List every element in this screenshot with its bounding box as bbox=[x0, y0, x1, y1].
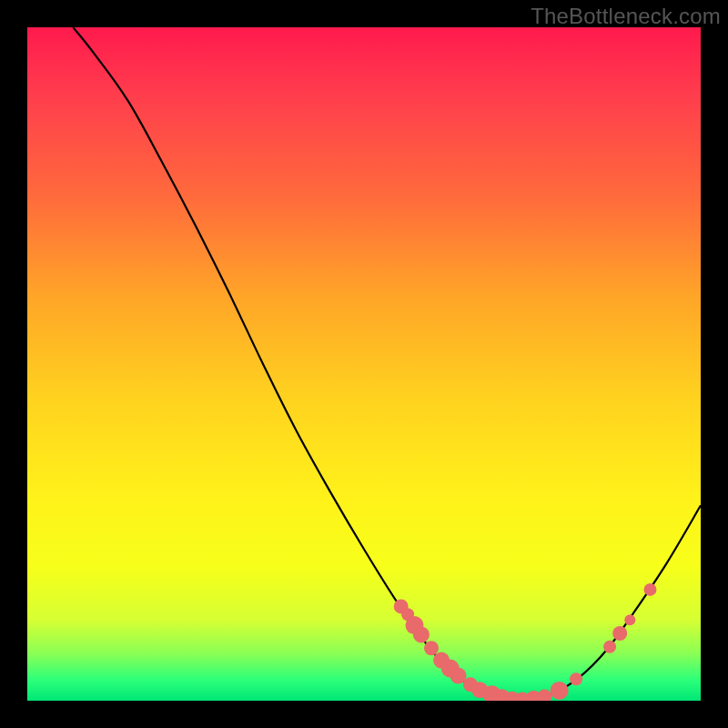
bottleneck-curve bbox=[73, 27, 701, 700]
curve-marker bbox=[551, 682, 569, 700]
curve-marker bbox=[644, 583, 657, 596]
curve-marker bbox=[537, 690, 551, 701]
curve-marker bbox=[612, 626, 627, 641]
curve-marker bbox=[424, 641, 439, 655]
curve-marker bbox=[570, 672, 582, 685]
chart-svg bbox=[27, 27, 701, 701]
curve-marker bbox=[603, 641, 616, 653]
curve-marker bbox=[413, 626, 430, 642]
curve-markers bbox=[394, 583, 657, 701]
curve-marker bbox=[624, 614, 635, 625]
chart-plot-area bbox=[27, 27, 701, 701]
watermark-label: TheBottleneck.com bbox=[531, 4, 721, 29]
